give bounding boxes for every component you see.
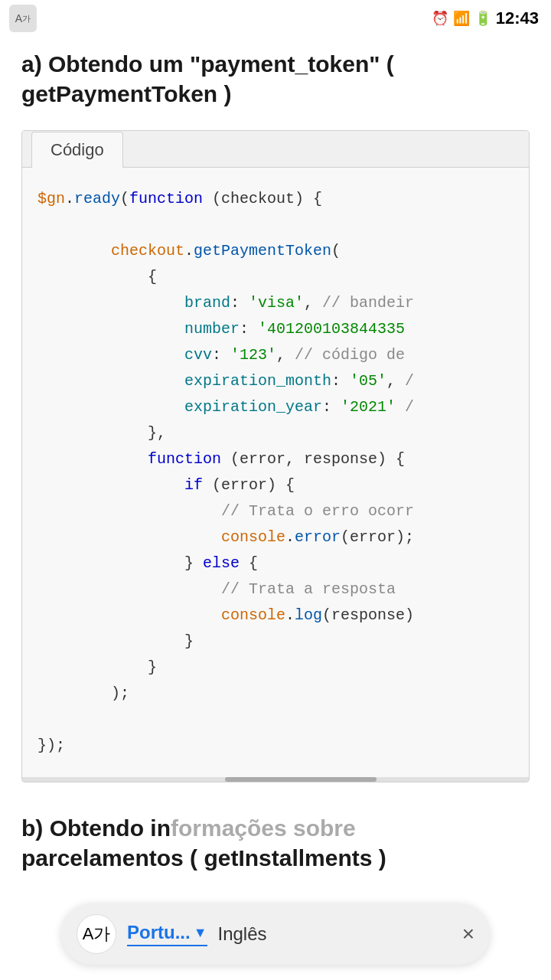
target-language[interactable]: Inglês [218, 923, 267, 945]
battery-icon: 🔋 [474, 10, 491, 27]
source-language[interactable]: Portu... ▼ [127, 922, 207, 946]
translation-bar[interactable]: A가 Portu... ▼ Inglês × [61, 903, 490, 965]
section-b-title: b) Obtendo informações sobre parcelament… [21, 813, 530, 873]
translate-icon: A가 [77, 914, 116, 954]
tab-bar: Código [22, 131, 529, 168]
tab-codigo[interactable]: Código [31, 132, 123, 168]
scroll-thumb[interactable] [225, 777, 377, 782]
time-display: 12:43 [496, 8, 539, 28]
status-bar-left: A가 [9, 5, 37, 32]
language-dropdown-arrow[interactable]: ▼ [194, 925, 207, 941]
status-bar-right: ⏰ 📶 🔋 12:43 [432, 8, 539, 28]
page-content: a) Obtendo um "payment_token" ( getPayme… [0, 37, 551, 949]
app-icon: A가 [9, 5, 37, 32]
code-block: Código $gn.ready(function (checkout) { c… [21, 130, 530, 782]
wifi-icon: 📶 [453, 10, 470, 27]
translation-bar-close[interactable]: × [462, 922, 474, 946]
scroll-indicator [22, 777, 529, 782]
page-title: a) Obtendo um "payment_token" ( getPayme… [21, 49, 530, 109]
code-area[interactable]: $gn.ready(function (checkout) { checkout… [22, 168, 529, 777]
translate-icon-text: A가 [83, 923, 111, 946]
alarm-icon: ⏰ [432, 10, 448, 27]
status-bar: A가 ⏰ 📶 🔋 12:43 [0, 0, 551, 37]
source-language-label: Portu... [127, 922, 191, 943]
